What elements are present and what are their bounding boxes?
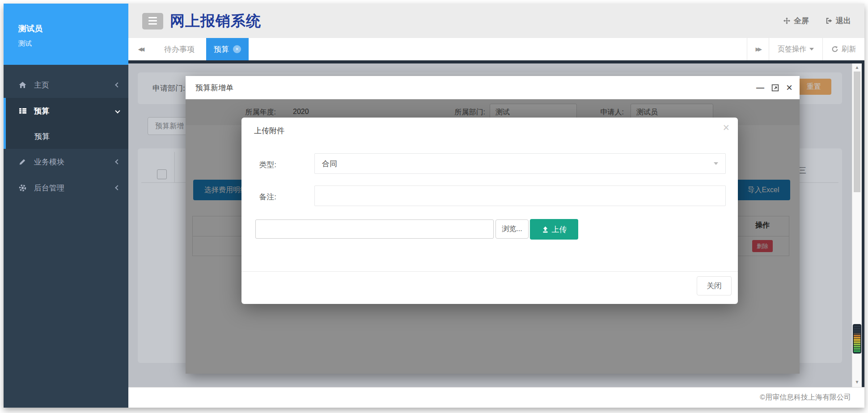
- tab-operations-dropdown[interactable]: 页签操作: [769, 38, 822, 60]
- tab-budget-active[interactable]: 预算 ×: [206, 38, 249, 60]
- minimize-icon[interactable]: —: [756, 83, 764, 93]
- fullscreen-label: 全屏: [794, 16, 809, 26]
- browse-button[interactable]: 浏览...: [495, 219, 529, 239]
- chevron-down-icon: [115, 108, 120, 113]
- sidebar-item-home[interactable]: 主页: [4, 72, 128, 98]
- tabs-scroll-left-button[interactable]: ◀◀: [128, 38, 152, 60]
- sidebar-item-budget[interactable]: 预算: [4, 98, 128, 124]
- sidebar-subitem-budget[interactable]: 预算: [4, 124, 128, 149]
- type-label: 类型:: [241, 160, 276, 170]
- modal-footer-divider: [241, 271, 738, 272]
- page-footer: ©用审信息科技上海有限公司: [128, 387, 864, 408]
- remark-label: 备注:: [241, 192, 276, 202]
- tab-todo[interactable]: 待办事项: [152, 38, 206, 60]
- refresh-button[interactable]: 刷新: [822, 38, 864, 60]
- screen: 测试员 测试 主页 预算 预算: [0, 0, 868, 413]
- sidebar-item-label: 主页: [34, 80, 49, 90]
- gear-icon: [18, 184, 28, 192]
- tab-operations-label: 页签操作: [778, 45, 806, 54]
- window-controls: — ×: [756, 81, 792, 94]
- close-button[interactable]: 关闭: [697, 276, 732, 295]
- sidebar-item-label: 后台管理: [34, 183, 64, 193]
- refresh-label: 刷新: [842, 45, 856, 54]
- sidebar: 测试员 测试 主页 预算 预算: [4, 4, 128, 408]
- tabbar-right-controls: ▶▶ 页签操作 刷新: [747, 38, 864, 60]
- tab-close-icon[interactable]: ×: [233, 45, 241, 53]
- upload-label: 上传: [552, 224, 567, 235]
- copyright-text: ©用审信息科技上海有限公司: [760, 393, 851, 401]
- user-panel: 测试员 测试: [4, 4, 128, 65]
- scroll-up-icon[interactable]: ▲: [852, 65, 862, 70]
- refresh-icon: [831, 46, 838, 53]
- tab-bar: ◀◀ 待办事项 预算 × ▶▶ 页签操作 刷新: [128, 38, 864, 60]
- pencil-icon: [18, 158, 28, 166]
- scroll-indicator-widget: [853, 324, 861, 354]
- content-frame: 申请部门: 重置 预算新增 三 预算新增单 —: [128, 60, 864, 387]
- type-selected-value: 合同: [322, 159, 337, 169]
- remark-input[interactable]: [314, 185, 726, 206]
- upload-attachment-modal: 上传附件 × 类型: 合同 备注: 浏览...: [241, 118, 738, 304]
- sidebar-subitem-label: 预算: [34, 131, 50, 142]
- sidebar-nav: 主页 预算 预算 业务模块: [4, 72, 128, 201]
- type-select[interactable]: 合同: [314, 153, 726, 174]
- logout-icon: [825, 17, 833, 25]
- vertical-scrollbar[interactable]: ▲ ▼: [852, 63, 862, 387]
- upload-button[interactable]: 上传: [530, 219, 578, 240]
- scrollbar-thumb[interactable]: [854, 72, 860, 192]
- close-icon[interactable]: ×: [786, 81, 792, 94]
- chevron-left-icon: [115, 82, 120, 87]
- sidebar-item-label: 预算: [34, 106, 49, 116]
- scroll-down-icon[interactable]: ▼: [852, 379, 862, 384]
- budget-window-titlebar: 预算新增单 — ×: [186, 76, 800, 99]
- top-header: 网上报销系统 全屏 退出: [128, 4, 864, 38]
- list-icon: [18, 107, 28, 115]
- caret-down-icon: [714, 162, 718, 165]
- user-department: 测试: [18, 39, 128, 48]
- budget-window-title: 预算新增单: [195, 83, 233, 93]
- chevron-left-icon: [115, 159, 120, 164]
- user-name: 测试员: [18, 23, 128, 34]
- maximize-icon[interactable]: [771, 84, 779, 92]
- header-actions: 全屏 退出: [783, 16, 851, 26]
- logout-label: 退出: [836, 16, 851, 26]
- main-area: 网上报销系统 全屏 退出 ◀◀ 待办事项 预: [128, 4, 864, 408]
- sidebar-group-budget: 预算 预算: [4, 98, 128, 149]
- fullscreen-icon: [783, 17, 791, 25]
- fullscreen-button[interactable]: 全屏: [783, 16, 809, 26]
- upload-icon: [542, 226, 549, 233]
- tab-label: 预算: [214, 44, 229, 55]
- tabs-scroll-right-button[interactable]: ▶▶: [747, 38, 769, 60]
- app-title: 网上报销系统: [170, 11, 261, 31]
- hamburger-menu-button[interactable]: [142, 13, 163, 30]
- upload-modal-title: 上传附件: [254, 126, 284, 136]
- app-window: 测试员 测试 主页 预算 预算: [4, 4, 864, 408]
- logout-button[interactable]: 退出: [825, 16, 851, 26]
- sidebar-item-label: 业务模块: [34, 157, 64, 167]
- caret-down-icon: [809, 48, 814, 51]
- budget-page: 申请部门: 重置 预算新增 三 预算新增单 —: [128, 63, 852, 387]
- home-icon: [18, 81, 28, 89]
- close-icon[interactable]: ×: [723, 121, 729, 134]
- sidebar-item-business[interactable]: 业务模块: [4, 149, 128, 175]
- sidebar-item-admin[interactable]: 后台管理: [4, 175, 128, 201]
- chevron-left-icon: [115, 185, 120, 190]
- file-path-input[interactable]: [255, 219, 494, 239]
